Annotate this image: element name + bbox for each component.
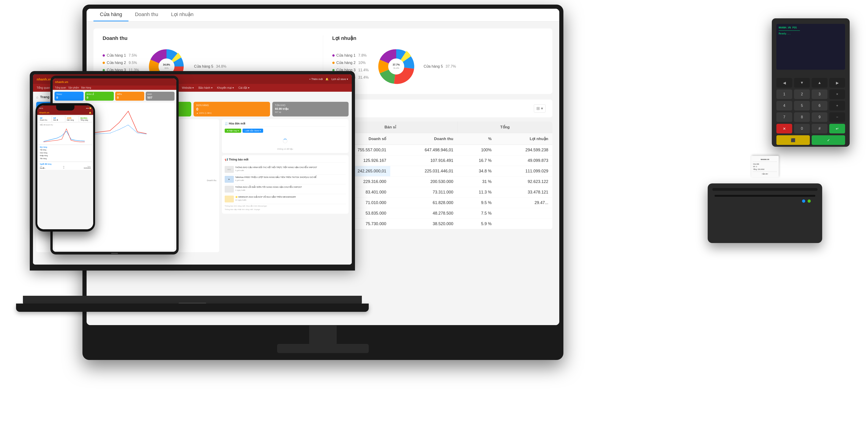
invoice-buttons: ● Hiện nay ▾ Lượt Sắc Store ▾ xyxy=(225,128,346,133)
phone-time: 09:51 xyxy=(39,108,43,109)
pos-key-6[interactable]: 6 xyxy=(812,101,828,111)
news-panel-title: 📢 Thông báo mới xyxy=(225,158,346,163)
pos-key-8[interactable]: 8 xyxy=(794,112,810,122)
tablet-thau-val: 0 xyxy=(56,96,82,99)
pos-key-yellow1[interactable]: ⬛ xyxy=(776,135,810,145)
nav-website[interactable]: Website ▾ xyxy=(182,86,194,89)
receipt-thanks: Cảm ơn! xyxy=(753,173,777,175)
phone-orders-table: Tên SL Ngày Nguyễn... 1 01/0 xyxy=(40,166,91,169)
grid-view-button[interactable]: ⊞ ▾ xyxy=(534,104,546,113)
stat-donhang-change: ▲ 100% (1 đơn) xyxy=(196,112,267,114)
pos-key-right[interactable]: ▶ xyxy=(829,78,845,88)
pos-key-left[interactable]: ◀ xyxy=(776,78,792,88)
phone-stat-2-val: 0đ xyxy=(53,117,64,119)
pos-key-down[interactable]: ▼ xyxy=(794,78,810,88)
row5-c7: 9.5 % xyxy=(457,198,496,208)
topbar-history[interactable]: Lịch sử store ▾ xyxy=(332,78,348,81)
pos-key-clear[interactable]: ✕ xyxy=(776,124,792,134)
stat-tonkho-value: 60.99 triệu xyxy=(275,107,346,111)
invoice-icon: 🧾 xyxy=(225,122,228,125)
row3-c8: 92.623.122 xyxy=(496,177,552,187)
invoice-empty-text: Không có dữ liệu xyxy=(225,148,346,150)
phone-chart-svg xyxy=(40,126,91,143)
phone-stat-4-label: Tổng cộng xyxy=(81,119,91,121)
pos-key-2[interactable]: 2 xyxy=(794,89,810,99)
luot-store-button[interactable]: Lượt Sắc Store ▾ xyxy=(243,128,263,133)
phone-logo-suffix: .vn xyxy=(46,111,49,114)
tab-loi-nhuan[interactable]: Lợi nhuận xyxy=(165,9,200,21)
pos-keypad: ◀ ▼ ▲ ▶ 1 2 3 × 4 5 6 + 7 8 9 − ✕ 0 # ↵ xyxy=(776,78,845,145)
sale-item-2: Giao hàng xyxy=(40,151,91,154)
svg-text:31.4%: 31.4% xyxy=(393,67,399,69)
row7-c7: 5.9 % xyxy=(457,219,496,229)
invoice-panel-title: 🧾 Hóa đơn mới xyxy=(225,122,346,127)
tablet-logo-suffix: .vn xyxy=(64,80,68,84)
nav-cai-dat[interactable]: Cài đặt ▾ xyxy=(239,86,249,89)
pos-key-minus[interactable]: − xyxy=(829,112,845,122)
phone-body: 0đ Doanh thu 0đ Bán lẻ 408k Đơn hàng xyxy=(37,115,93,171)
tablet-logo: nhanh.vn xyxy=(55,80,68,84)
news-panel: 📢 Thông báo mới IMG THÔNG BÁO CẬU HÌNH Đ… xyxy=(222,155,348,214)
pos-key-green1[interactable]: ✓ xyxy=(812,135,845,145)
news-time-0: 5 giờ trước xyxy=(235,169,317,172)
pos-key-9[interactable]: 9 xyxy=(812,112,828,122)
svg-text:34.8%: 34.8% xyxy=(163,63,170,66)
news-icon: 📢 xyxy=(225,158,228,161)
phone-app: 09:51 ●●● 📶 nhanh.vn 🔔 0đ Doan xyxy=(37,106,93,229)
stat-tonkho-label: TỒN KHO xyxy=(275,104,346,107)
invoice-loading xyxy=(225,134,346,148)
tablet-home-btn[interactable] xyxy=(111,253,118,254)
pos-key-5[interactable]: 5 xyxy=(794,101,810,111)
legend2-pct-3: 31.4% xyxy=(358,74,369,81)
topbar-add[interactable]: + Thêm mới xyxy=(309,78,323,81)
stat-card-ton-kho: TỒN KHO 60.99 triệu 507 sp xyxy=(272,102,349,116)
legend1-r-pct-0: 34.8% xyxy=(216,63,226,70)
tab-doanh-thu[interactable]: Doanh thu xyxy=(128,9,165,21)
hien-nay-button[interactable]: ● Hiện nay ▾ xyxy=(225,128,241,133)
news-item-1: ▶ Talkshow FREE! TRIỆU LƯỢT BÁN HÀNG ĐẦU… xyxy=(225,174,346,184)
printer-lights xyxy=(802,199,811,203)
legend2-item-1: Cửa hàng 2 10% xyxy=(332,59,369,66)
news-text-0: THÔNG BÁO CẬU HÌNH ĐỐI TÁC KẾT NỐI TRỰC … xyxy=(235,166,317,169)
legend2-dot-1 xyxy=(332,62,335,64)
pos-key-hash[interactable]: # xyxy=(812,124,828,134)
row1-c7: 16.7 % xyxy=(457,155,496,166)
pos-key-up[interactable]: ▲ xyxy=(812,78,828,88)
phone-chart-label: Biểu đồ doanh thu xyxy=(40,124,91,126)
news-thumb-1: ▶ xyxy=(225,176,234,183)
pos-key-0[interactable]: 0 xyxy=(794,124,810,134)
tablet-banle-val: 0 xyxy=(87,96,112,99)
pos-key-x[interactable]: × xyxy=(829,89,845,99)
tablet-kho-label: KHO xyxy=(148,93,173,95)
pos-key-4[interactable]: 4 xyxy=(776,101,792,111)
tablet-nav-3[interactable]: Bán hàng xyxy=(81,86,91,89)
tab-cua-hang[interactable]: Cửa hàng xyxy=(93,9,128,21)
news-text-1: Talkshow FREE! TRIỆU LƯỢT BÁN HÀNG ĐẦU T… xyxy=(235,176,316,179)
pos-key-7[interactable]: 7 xyxy=(776,112,792,122)
news-item-0: IMG THÔNG BÁO CẬU HÌNH ĐỐI TÁC KẾT NỐI T… xyxy=(225,165,346,174)
tablet-nav-1[interactable]: Tổng quan xyxy=(55,86,66,89)
phone-stat-3-val: 408k xyxy=(67,117,77,119)
phone-bell[interactable]: 🔔 xyxy=(89,112,91,114)
nav-bao-hanh[interactable]: Bảo hành ▾ xyxy=(198,86,212,89)
topbar-bell[interactable]: 🔔 xyxy=(326,78,329,81)
phone-logo-text: nhanh xyxy=(39,111,46,114)
chart2-inner: Cửa hàng 1 7.8% Cửa hàng 2 10% xyxy=(332,46,544,87)
phone-stat-1-label: Doanh thu xyxy=(40,119,50,121)
tablet-thau-label: THAU xyxy=(56,93,82,95)
chart1-title: Doanh thu xyxy=(102,35,314,41)
pos-key-enter[interactable]: ↵ xyxy=(829,124,845,134)
ptd-sl: 1 xyxy=(61,167,67,169)
nav-tong-quan[interactable]: Tổng quan xyxy=(37,86,50,89)
pos-key-plus[interactable]: + xyxy=(829,101,845,111)
row1-c6: 107.916.491 xyxy=(390,155,457,166)
receipt-header: NHANH.VN xyxy=(753,158,777,161)
tablet-nav-2[interactable]: Sản phẩm xyxy=(68,86,79,89)
chart-loi-nhuan: Lợi nhuận Cửa hàng 1 7.8% xyxy=(332,35,544,87)
pos-key-1[interactable]: 1 xyxy=(776,89,792,99)
pos-key-3[interactable]: 3 xyxy=(812,89,828,99)
sub-col-doanh-thu-3: Doanh thu xyxy=(390,133,457,145)
nav-khuyen-mai[interactable]: Khuyến mại ▾ xyxy=(217,86,234,89)
phone-sales-items: Trả hàng Giao hàng Nhập hàng Tồn hàng xyxy=(40,149,91,160)
receipt-sp: SP: 3 xyxy=(753,165,777,168)
